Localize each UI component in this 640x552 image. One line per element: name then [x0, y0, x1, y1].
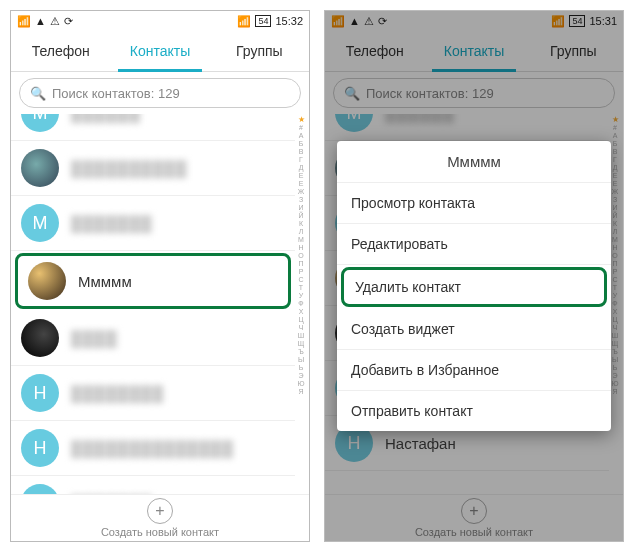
avatar: Н: [21, 484, 59, 494]
contact-name: ████████: [71, 385, 164, 402]
menu-create-widget[interactable]: Создать виджет: [337, 309, 611, 350]
search-icon: 🔍: [30, 86, 46, 101]
menu-delete-contact[interactable]: Удалить контакт: [341, 267, 607, 307]
list-item[interactable]: М ███████: [11, 196, 295, 251]
clock: 15:32: [275, 15, 303, 27]
menu-edit[interactable]: Редактировать: [337, 224, 611, 265]
create-contact-label: Создать новый контакт: [101, 526, 219, 538]
alert-icon: ▲: [35, 15, 46, 27]
list-item-highlighted[interactable]: Ммммм: [15, 253, 291, 309]
contact-name: Ммммм: [78, 273, 132, 290]
tab-groups[interactable]: Группы: [210, 31, 309, 71]
add-contact-button[interactable]: +: [147, 498, 173, 524]
contact-name: ██████████████: [71, 440, 234, 457]
tab-phone[interactable]: Телефон: [11, 31, 110, 71]
alpha-index[interactable]: ★#АБВГДЕЕЖЗИЙКЛМНОПРСТУФХЦЧШЩЪЫЬЭЮЯ: [295, 114, 307, 494]
wifi-icon: 📶: [237, 15, 251, 28]
battery-level: 54: [255, 15, 271, 27]
menu-add-favorite[interactable]: Добавить в Избранное: [337, 350, 611, 391]
search-row: 🔍 Поиск контактов: 129: [11, 72, 309, 114]
phone-right: 📶 ▲ ⚠ ⟳ 📶 54 15:31 Телефон Контакты Груп…: [324, 10, 624, 542]
contact-name: ██████: [71, 114, 141, 122]
sync-icon: ⟳: [64, 15, 73, 28]
list-item[interactable]: Н ████████: [11, 366, 295, 421]
contact-name: ████: [71, 330, 118, 347]
search-input[interactable]: 🔍 Поиск контактов: 129: [19, 78, 301, 108]
menu-title: Ммммм: [337, 141, 611, 183]
bottom-bar: + Создать новый контакт: [11, 494, 309, 541]
status-bar: 📶 ▲ ⚠ ⟳ 📶 54 15:32: [11, 11, 309, 31]
avatar: [28, 262, 66, 300]
signal-icon: 📶: [17, 15, 31, 28]
list-item[interactable]: М ██████: [11, 114, 295, 141]
menu-view-contact[interactable]: Просмотр контакта: [337, 183, 611, 224]
contact-list[interactable]: М ██████ ██████████ М ███████ Ммммм ████…: [11, 114, 309, 494]
avatar: М: [21, 114, 59, 132]
contact-name: ██████████: [71, 160, 187, 177]
avatar: М: [21, 204, 59, 242]
tabs: Телефон Контакты Группы: [11, 31, 309, 72]
context-menu: Ммммм Просмотр контакта Редактировать Уд…: [337, 141, 611, 431]
search-placeholder: Поиск контактов: 129: [52, 86, 180, 101]
warning-icon: ⚠: [50, 15, 60, 28]
avatar: [21, 319, 59, 357]
avatar: Н: [21, 374, 59, 412]
contact-name: ███████: [71, 215, 152, 232]
tab-contacts[interactable]: Контакты: [110, 31, 209, 71]
list-item[interactable]: Н ███████: [11, 476, 295, 494]
menu-send-contact[interactable]: Отправить контакт: [337, 391, 611, 431]
list-item[interactable]: ██████████: [11, 141, 295, 196]
phone-left: 📶 ▲ ⚠ ⟳ 📶 54 15:32 Телефон Контакты Груп…: [10, 10, 310, 542]
list-item[interactable]: ████: [11, 311, 295, 366]
avatar: Н: [21, 429, 59, 467]
list-item[interactable]: Н ██████████████: [11, 421, 295, 476]
avatar: [21, 149, 59, 187]
